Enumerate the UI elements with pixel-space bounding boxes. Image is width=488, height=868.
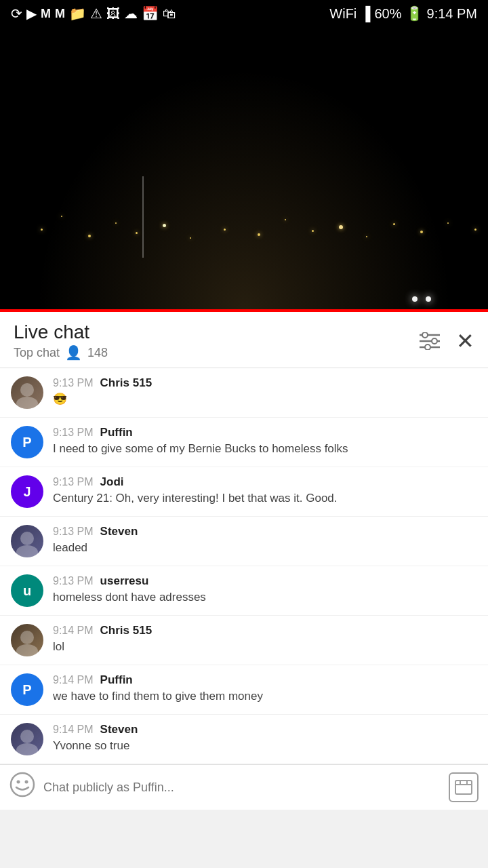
svg-point-15: [17, 781, 20, 784]
message-content: 9:14 PM Steven Yvonne so true: [53, 723, 477, 754]
battery-icon: 🔋: [406, 5, 423, 22]
message-author: Puffin: [100, 673, 133, 687]
message-meta: 9:13 PM Steven: [53, 525, 477, 538]
chat-message: u 9:13 PM userresu homeless dont have ad…: [0, 566, 488, 616]
message-text: I need to give some of my Bernie Bucks t…: [53, 441, 477, 457]
message-content: 9:13 PM Steven leaded: [53, 525, 477, 556]
light-3: [88, 235, 91, 237]
message-text: leaded: [53, 540, 477, 556]
message-content: 9:13 PM userresu homeless dont have adre…: [53, 574, 477, 606]
svg-point-7: [16, 397, 38, 409]
message-meta: 9:13 PM Chris 515: [53, 376, 477, 390]
wifi-icon: WiFi: [329, 6, 357, 22]
status-icons: ⟳ ▶ M M 📁 ⚠ 🖼 ☁ 📅 🛍: [11, 5, 176, 22]
live-chat-title-area: Live chat Top chat 👤 148: [14, 321, 108, 361]
light-1: [41, 229, 43, 231]
message-time: 9:14 PM: [53, 625, 94, 637]
top-chat-label[interactable]: Top chat: [14, 346, 60, 360]
light-8: [224, 229, 226, 231]
svg-point-9: [16, 545, 38, 557]
message-author: userresu: [100, 574, 149, 588]
avatar: [11, 525, 43, 557]
chat-message: P 9:14 PM Puffin we have to find them to…: [0, 665, 488, 715]
svg-point-16: [25, 781, 28, 784]
light-4: [115, 222, 117, 224]
youtube-icon: ▶: [26, 5, 37, 22]
filter-button[interactable]: [420, 332, 440, 350]
cloud-icon: ☁: [124, 5, 138, 22]
avatar: [11, 624, 43, 656]
message-content: 9:13 PM Jodi Century 21: Oh, very intere…: [53, 475, 477, 507]
svg-point-13: [16, 743, 38, 755]
message-time: 9:14 PM: [53, 724, 94, 736]
svg-point-14: [11, 773, 34, 796]
chat-messages: 9:13 PM Chris 515 😎 P 9:13 PM Puffin I n…: [0, 368, 488, 764]
status-bar: ⟳ ▶ M M 📁 ⚠ 🖼 ☁ 📅 🛍 WiFi ▐ 60% 🔋 9:14 PM: [0, 0, 488, 27]
light-17: [474, 229, 476, 231]
light-10: [285, 219, 286, 220]
message-content: 9:13 PM Puffin I need to give some of my…: [53, 426, 477, 457]
chat-message: 9:14 PM Steven Yvonne so true: [0, 715, 488, 764]
battery-percent: 60%: [374, 6, 401, 22]
avatar: u: [11, 574, 43, 607]
light-12: [339, 225, 343, 229]
svg-point-8: [20, 532, 34, 545]
light-2: [61, 216, 62, 217]
live-chat-title: Live chat: [14, 321, 108, 343]
folder-icon: 📁: [69, 5, 86, 22]
send-button[interactable]: [449, 772, 479, 802]
header-icons: ✕: [420, 328, 474, 354]
light-14: [393, 223, 395, 225]
light-bright-1: [412, 296, 418, 302]
sync-icon: ⟳: [11, 5, 22, 22]
video-progress-bar[interactable]: [0, 309, 488, 312]
chat-input-field[interactable]: [43, 781, 441, 795]
avatar: P: [11, 673, 43, 706]
m2-icon: M: [55, 7, 65, 21]
message-meta: 9:13 PM userresu: [53, 574, 477, 588]
video-player[interactable]: [0, 27, 488, 312]
message-meta: 9:13 PM Jodi: [53, 475, 477, 489]
message-text: Century 21: Oh, very interesting! I bet …: [53, 490, 477, 507]
image-icon: 🖼: [106, 6, 120, 22]
message-meta: 9:14 PM Puffin: [53, 673, 477, 687]
status-info: WiFi ▐ 60% 🔋 9:14 PM: [329, 5, 477, 22]
avatar: [11, 376, 43, 409]
light-11: [312, 230, 314, 232]
svg-point-4: [432, 338, 437, 344]
svg-point-6: [20, 383, 34, 397]
light-9: [258, 233, 260, 236]
message-meta: 9:14 PM Chris 515: [53, 624, 477, 637]
message-time: 9:13 PM: [53, 526, 94, 538]
message-content: 9:14 PM Puffin we have to find them to g…: [53, 673, 477, 705]
m-icon: M: [41, 7, 51, 21]
message-text: Yvonne so true: [53, 738, 477, 754]
message-time: 9:13 PM: [53, 575, 94, 587]
bag-icon: 🛍: [163, 6, 176, 22]
light-16: [447, 222, 449, 224]
message-meta: 9:14 PM Steven: [53, 723, 477, 736]
avatar: J: [11, 475, 43, 508]
avatar: [11, 723, 43, 755]
close-button[interactable]: ✕: [456, 328, 474, 354]
viewer-count: 148: [87, 346, 108, 360]
message-author: Steven: [100, 723, 138, 736]
light-15: [420, 231, 423, 233]
message-author: Chris 515: [100, 376, 152, 390]
signal-icon: ▐: [361, 6, 370, 22]
chat-message: 9:13 PM Chris 515 😎: [0, 368, 488, 418]
light-6: [163, 224, 166, 227]
viewers-icon: 👤: [65, 344, 82, 361]
live-chat-header: Live chat Top chat 👤 148 ✕: [0, 312, 488, 368]
chat-message: 9:13 PM Steven leaded: [0, 517, 488, 566]
message-author: Jodi: [100, 475, 124, 489]
avatar: P: [11, 426, 43, 458]
alert-icon: ⚠: [90, 5, 102, 22]
emoji-button[interactable]: [9, 772, 35, 803]
message-meta: 9:13 PM Puffin: [53, 426, 477, 439]
message-time: 9:13 PM: [53, 476, 94, 488]
light-7: [190, 237, 191, 239]
message-content: 9:13 PM Chris 515 😎: [53, 376, 477, 408]
tower-structure: [142, 176, 144, 258]
light-13: [366, 236, 367, 237]
